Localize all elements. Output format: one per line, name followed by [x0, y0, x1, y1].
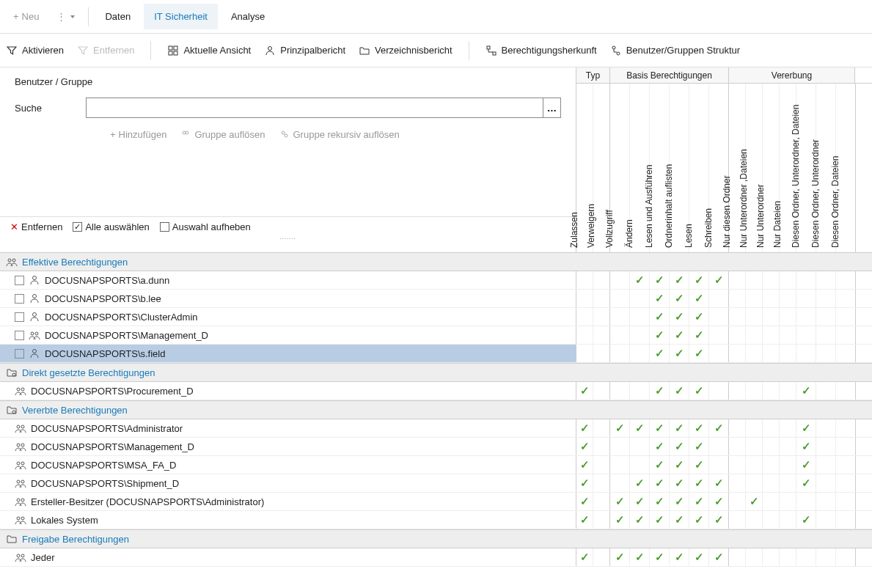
row-name-cell[interactable]: DOCUSNAPSPORTS\Administrator [0, 419, 576, 437]
resolve-recursive-button[interactable]: Gruppe rekursiv auflösen [279, 128, 400, 140]
section-label: Vererbte Berechtigungen [22, 405, 128, 416]
perm-cell [709, 456, 729, 474]
check-icon: ✓ [615, 551, 625, 564]
perm-cell: ✓ [670, 308, 689, 326]
user-icon [29, 311, 40, 323]
sub-toolbar: Aktivieren Entfernen Aktuelle Ansicht Pr… [0, 34, 872, 67]
table-row[interactable]: DOCUSNAPSPORTS\a.dunn✓✓✓✓✓ [0, 271, 872, 290]
row-name-cell[interactable]: DOCUSNAPSPORTS\Procurement_D [0, 382, 576, 400]
herkunft-button[interactable]: Berechtigungsherkunft [486, 45, 597, 56]
row-name-cell[interactable]: DOCUSNAPSPORTS\b.lee [0, 290, 576, 307]
tab-it-sicherheit[interactable]: IT Sicherheit [144, 4, 218, 29]
section-freigabe[interactable]: Freigabe Berechtigungen [0, 529, 872, 548]
section-direkt[interactable]: Direkt gesetzte Berechtigungen [0, 363, 872, 382]
row-name-cell[interactable]: Lokales System [0, 511, 576, 529]
perm-cell: ✓ [689, 290, 709, 307]
row-checkbox[interactable] [15, 312, 24, 322]
perm-cell: ✓ [630, 474, 650, 492]
table-row[interactable]: DOCUSNAPSPORTS\ClusterAdmin✓✓✓ [0, 308, 872, 326]
filter-icon [6, 45, 18, 56]
verzeichnis-button[interactable]: Verzeichnisbericht [359, 45, 453, 56]
select-all-button[interactable]: Alle auswählen [73, 221, 149, 232]
table-row[interactable]: DOCUSNAPSPORTS\Administrator✓✓✓✓✓✓✓✓ [0, 419, 872, 438]
prinzipal-button[interactable]: Prinzipalbericht [264, 45, 345, 56]
perm-cell: ✓ [689, 493, 709, 510]
table-row[interactable]: DOCUSNAPSPORTS\Management_D✓✓✓✓✓ [0, 438, 872, 456]
perm-cell: ✓ [650, 474, 670, 492]
perm-cell: ✓ [689, 271, 709, 289]
add-button[interactable]: + Hinzufügen [110, 128, 166, 140]
perm-cell [610, 345, 630, 362]
perm-cell [836, 548, 856, 566]
row-name-cell[interactable]: DOCUSNAPSPORTS\Management_D [0, 326, 576, 344]
perm-cell: ✓ [576, 493, 593, 510]
perm-cell [729, 345, 746, 362]
row-checkbox[interactable] [15, 331, 24, 340]
tab-analyse[interactable]: Analyse [221, 4, 275, 29]
perm-cell: ✓ [709, 493, 729, 510]
perm-cell: ✓ [689, 308, 709, 326]
perm-cell: ✓ [689, 474, 709, 492]
user-icon [29, 274, 40, 286]
section-vererbt[interactable]: Vererbte Berechtigungen [0, 400, 872, 419]
row-name-cell[interactable]: DOCUSNAPSPORTS\s.field [0, 345, 576, 362]
table-row[interactable]: DOCUSNAPSPORTS\b.lee✓✓✓ [0, 290, 872, 308]
table-row[interactable]: DOCUSNAPSPORTS\Shipment_D✓✓✓✓✓✓✓ [0, 474, 872, 493]
row-label: DOCUSNAPSPORTS\a.dunn [45, 275, 169, 286]
row-name-cell[interactable]: DOCUSNAPSPORTS\MSA_FA_D [0, 456, 576, 474]
section-effektiv[interactable]: Effektive Berechtigungen [0, 252, 872, 271]
remove-selected-button[interactable]: ✕ Entfernen [10, 221, 62, 232]
browse-button[interactable]: … [543, 98, 560, 117]
folder-icon [6, 533, 18, 545]
row-checkbox[interactable] [15, 276, 24, 285]
drag-handle[interactable]: ······· [0, 237, 576, 243]
perm-cell [763, 511, 780, 529]
check-icon: ✓ [802, 513, 811, 526]
dropdown-button[interactable]: ⋮ [49, 7, 82, 26]
perm-cell [836, 419, 856, 437]
perm-cell: ✓ [670, 548, 689, 566]
check-icon: ✓ [695, 273, 704, 287]
perm-cell: ✓ [670, 345, 689, 362]
group2-icon [6, 256, 18, 268]
check-icon: ✓ [714, 495, 724, 508]
new-button[interactable]: + Neu [6, 7, 46, 26]
deselect-all-button[interactable]: Auswahl aufheben [160, 221, 251, 232]
row-checkbox[interactable] [15, 349, 24, 359]
table-row[interactable]: DOCUSNAPSPORTS\Procurement_D✓✓✓✓✓ [0, 382, 872, 400]
svg-point-25 [17, 425, 20, 428]
struktur-button[interactable]: Benutzer/Gruppen Struktur [610, 45, 740, 56]
perm-cell [709, 382, 729, 400]
table-row[interactable]: Ersteller-Besitzer (DOCUSNAPSPORTS\Admin… [0, 493, 872, 511]
table-row[interactable]: DOCUSNAPSPORTS\MSA_FA_D✓✓✓✓✓ [0, 456, 872, 474]
perm-cell: ✓ [670, 290, 689, 307]
perm-cell [746, 419, 763, 437]
table-row[interactable]: DOCUSNAPSPORTS\s.field✓✓✓ [0, 345, 872, 363]
tab-daten[interactable]: Daten [95, 4, 141, 29]
row-name-cell[interactable]: DOCUSNAPSPORTS\ClusterAdmin [0, 308, 576, 326]
row-name-cell[interactable]: DOCUSNAPSPORTS\Management_D [0, 438, 576, 455]
row-name-cell[interactable]: DOCUSNAPSPORTS\a.dunn [0, 271, 576, 289]
perm-cell: ✓ [709, 548, 729, 566]
entfernen-button[interactable]: Entfernen [77, 45, 134, 56]
svg-point-29 [17, 462, 20, 465]
table-row[interactable]: Jeder✓✓✓✓✓✓✓ [0, 548, 872, 567]
check-icon: ✓ [695, 347, 704, 360]
perm-cell [780, 326, 796, 344]
perm-cell [746, 456, 763, 474]
resolve-group-button[interactable]: Gruppe auflösen [180, 128, 265, 140]
folder-perm-icon [6, 404, 18, 416]
row-name-cell[interactable]: DOCUSNAPSPORTS\Shipment_D [0, 474, 576, 492]
table-row[interactable]: DOCUSNAPSPORTS\Management_D✓✓✓ [0, 326, 872, 345]
aktivieren-button[interactable]: Aktivieren [6, 45, 64, 56]
perm-cell [780, 456, 796, 474]
table-row[interactable]: Lokales System✓✓✓✓✓✓✓✓ [0, 511, 872, 529]
row-name-cell[interactable]: Ersteller-Besitzer (DOCUSNAPSPORTS\Admin… [0, 493, 576, 510]
row-name-cell[interactable]: Jeder [0, 548, 576, 566]
search-input[interactable] [86, 98, 561, 118]
row-checkbox[interactable] [15, 294, 24, 304]
ansicht-button[interactable]: Aktuelle Ansicht [167, 45, 251, 56]
perm-cell [746, 474, 763, 492]
col-header-14[interactable]: Diesen Ordner, Dateien [836, 84, 856, 252]
perm-cell [630, 456, 650, 474]
